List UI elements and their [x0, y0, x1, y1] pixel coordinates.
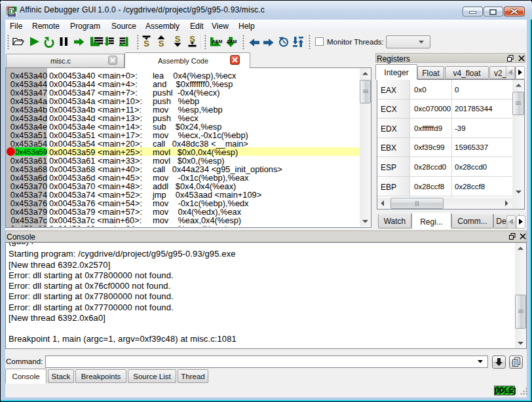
- svg-text:S: S: [159, 39, 164, 48]
- svg-text:ASM: ASM: [212, 39, 223, 44]
- svg-text:S: S: [175, 34, 181, 44]
- svg-text:S: S: [143, 39, 149, 48]
- svg-text:D: D: [9, 7, 14, 15]
- svg-text:ASM: ASM: [227, 39, 237, 44]
